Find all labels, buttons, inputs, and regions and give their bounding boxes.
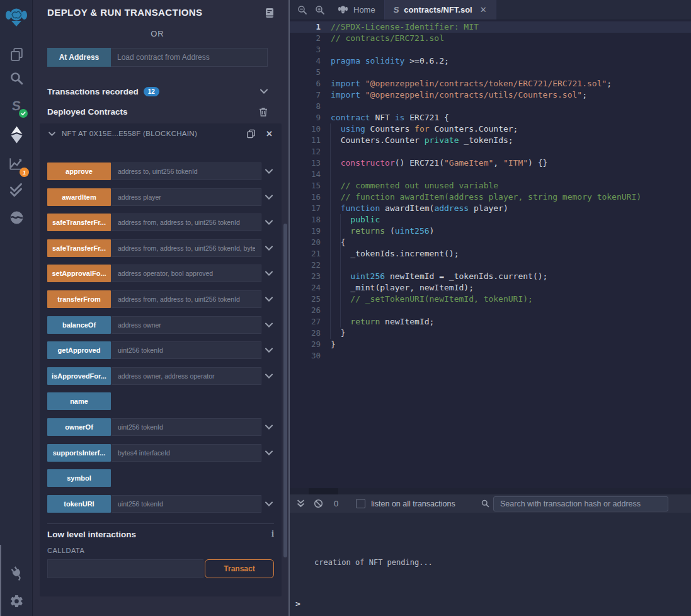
clear-console-icon[interactable] — [310, 499, 326, 508]
function-button[interactable]: ownerOf — [47, 418, 111, 436]
function-button[interactable]: tokenURI — [47, 495, 111, 513]
zoom-in-icon[interactable] — [311, 0, 329, 20]
documentation-book-icon[interactable] — [265, 8, 275, 21]
remix-logo-icon[interactable] — [0, 4, 33, 30]
deploy-and-run-icon[interactable] — [0, 125, 33, 145]
unit-testing-icon[interactable] — [0, 181, 33, 198]
tab-home[interactable]: Home — [329, 0, 385, 20]
transactions-recorded-header[interactable]: Transactions recorded 12 — [47, 84, 268, 98]
function-args-input[interactable] — [111, 290, 261, 308]
function-args-input[interactable] — [111, 163, 261, 180]
chevron-down-icon[interactable] — [265, 501, 274, 506]
function-args-input[interactable] — [111, 444, 261, 462]
chevron-down-icon[interactable] — [265, 322, 274, 328]
function-button[interactable]: setApprovalFo... — [47, 265, 111, 282]
code-line[interactable]: returns (uint256) — [328, 225, 691, 237]
code-line[interactable]: import "@openzeppelin/contracts/token/ER… — [328, 78, 691, 89]
function-args-input[interactable] — [111, 418, 261, 436]
search-icon[interactable] — [0, 69, 33, 87]
code-line[interactable]: uint256 newItemId = _tokenIds.current(); — [328, 271, 691, 282]
code-line[interactable]: using Counters for Counters.Counter; — [328, 123, 691, 135]
code-line[interactable]: return newItemId; — [328, 316, 691, 328]
function-button[interactable]: supportsInterf... — [47, 444, 111, 462]
code-line[interactable]: Counters.Counter private _tokenIds; — [328, 135, 691, 146]
function-button[interactable]: safeTransferFr... — [47, 214, 111, 231]
deployed-contract-header[interactable]: NFT AT 0X15E...E558F (BLOCKCHAIN) ✕ — [40, 123, 282, 144]
zoom-out-icon[interactable] — [294, 0, 311, 20]
code-line[interactable]: } — [328, 328, 691, 339]
code-line[interactable]: public — [328, 214, 691, 225]
static-analysis-icon[interactable]: 1 — [0, 154, 33, 173]
chevron-down-icon[interactable] — [265, 220, 274, 225]
code-line[interactable]: } — [328, 339, 691, 350]
listen-transactions-label[interactable]: listen on all transactions — [371, 499, 455, 508]
chevron-down-icon[interactable] — [265, 425, 274, 430]
file-explorer-icon[interactable] — [0, 45, 33, 63]
terminal-resize-handle[interactable] — [290, 488, 691, 494]
code-line[interactable]: //SPDX-License-Identifier: MIT — [328, 21, 691, 33]
chevron-down-icon[interactable] — [265, 450, 274, 455]
plugin-circle-icon[interactable] — [0, 208, 33, 226]
code-line[interactable] — [328, 169, 691, 180]
function-button[interactable]: safeTransferFr... — [47, 239, 111, 257]
function-args-input[interactable] — [111, 239, 261, 257]
function-button[interactable]: getApproved — [47, 341, 111, 359]
at-address-input[interactable] — [111, 48, 268, 67]
code-line[interactable]: // contracts/ERC721.sol — [328, 33, 691, 44]
listen-transactions-checkbox[interactable] — [356, 499, 365, 508]
chevron-down-icon[interactable] — [265, 348, 274, 353]
function-button[interactable]: name — [47, 392, 111, 410]
calldata-input[interactable] — [47, 559, 203, 578]
code-line[interactable]: function awardItem(address player) — [328, 203, 691, 214]
transact-button[interactable]: Transact — [205, 559, 274, 578]
collapse-terminal-icon[interactable] — [291, 499, 310, 508]
function-button[interactable]: transferFrom — [47, 290, 111, 308]
code-line[interactable]: // function awardItem(address player, st… — [328, 191, 691, 203]
code-line[interactable] — [328, 67, 691, 78]
function-args-input[interactable] — [111, 367, 261, 385]
chevron-down-icon[interactable] — [265, 246, 274, 251]
code-line[interactable] — [328, 260, 691, 271]
code-line[interactable] — [328, 305, 691, 316]
function-button[interactable]: awardItem — [47, 188, 111, 206]
terminal-search-input[interactable] — [493, 496, 668, 511]
code-line[interactable] — [328, 350, 691, 362]
settings-gear-icon[interactable] — [0, 592, 33, 610]
function-args-input[interactable] — [111, 265, 261, 282]
function-args-input[interactable] — [111, 188, 261, 206]
code-line[interactable]: // commented out unused variable — [328, 180, 691, 191]
solidity-compiler-icon[interactable]: S — [0, 96, 33, 116]
function-args-input[interactable] — [111, 214, 261, 231]
code-line[interactable]: // _setTokenURI(newItemId, tokenURI); — [328, 294, 691, 305]
code-editor[interactable]: 1234567891011121314151617181920212223242… — [290, 20, 691, 488]
chevron-down-icon[interactable] — [265, 374, 274, 379]
code-line[interactable] — [328, 44, 691, 55]
function-args-input[interactable] — [111, 495, 261, 513]
tab-nft-sol[interactable]: S contracts/NFT.sol ✕ — [385, 0, 496, 20]
copy-icon[interactable] — [246, 128, 256, 139]
chevron-down-icon[interactable] — [265, 271, 274, 276]
chevron-down-icon[interactable] — [265, 195, 274, 200]
code-line[interactable]: _tokenIds.increment(); — [328, 248, 691, 260]
panel-scrollbar[interactable] — [283, 224, 287, 557]
code-line[interactable]: { — [328, 237, 691, 248]
code-line[interactable]: _mint(player, newItemId); — [328, 282, 691, 294]
function-button[interactable]: isApprovedFor... — [47, 367, 111, 385]
code-line[interactable]: import "@openzeppelin/contracts/utils/Co… — [328, 89, 691, 101]
code-line[interactable] — [328, 101, 691, 112]
function-args-input[interactable] — [111, 341, 261, 359]
chevron-down-icon[interactable] — [265, 297, 274, 302]
code-line[interactable]: contract NFT is ERC721 { — [328, 112, 691, 123]
plugin-manager-icon[interactable] — [0, 564, 33, 581]
trash-icon[interactable] — [259, 107, 268, 117]
close-tab-icon[interactable]: ✕ — [480, 5, 487, 14]
code-line[interactable]: pragma solidity >=0.6.2; — [328, 55, 691, 67]
function-button[interactable]: symbol — [47, 469, 111, 487]
function-button[interactable]: approve — [47, 163, 111, 180]
info-icon[interactable]: i — [271, 529, 274, 539]
chevron-down-icon[interactable] — [260, 89, 268, 94]
code-line[interactable]: constructor() ERC721("GameItem", "ITM") … — [328, 157, 691, 169]
function-button[interactable]: balanceOf — [47, 316, 111, 334]
iconbar-scrollbar[interactable] — [0, 545, 1, 616]
close-icon[interactable]: ✕ — [266, 129, 273, 139]
